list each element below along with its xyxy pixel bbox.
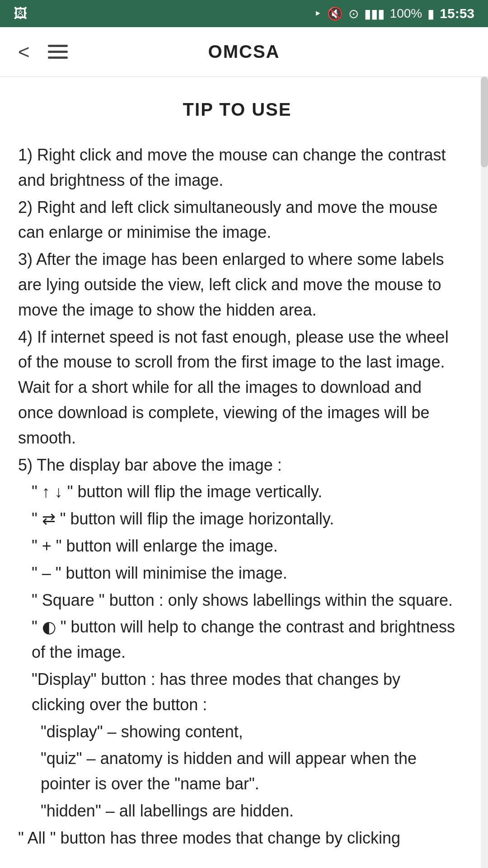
nav-left: < [18, 41, 68, 63]
clock: 15:53 [440, 6, 474, 21]
tip-5-square: " Square " button : only shows labelling… [18, 588, 456, 613]
bluetooth-icon: ‣ [314, 6, 322, 21]
tip-5-enlarge: " + " button will enlarge the image. [18, 533, 456, 559]
tip-4: 4) If internet speed is not fast enough,… [18, 325, 456, 451]
scrollbar-track[interactable] [481, 77, 488, 868]
tip-5-display-mode2: "quiz" – anatomy is hidden and will appe… [18, 746, 456, 797]
battery-percentage: 100% [390, 6, 422, 21]
tip-5-contrast: " ◐ " button will help to change the con… [18, 614, 456, 665]
menu-button[interactable] [48, 45, 68, 59]
mute-icon: 🔇 [327, 6, 343, 21]
app-title: OMCSA [208, 42, 280, 62]
tip-5-header: 5) The display bar above the image : [18, 453, 456, 478]
status-bar-right: ‣ 🔇 ⊙ ▮▮▮ 100% ▮ 15:53 [314, 6, 474, 21]
tip-5-display-mode1: "display" – showing content, [18, 719, 456, 745]
tips-content: 1) Right click and move the mouse can ch… [18, 142, 456, 851]
back-button[interactable]: < [18, 41, 30, 63]
battery-icon: ▮ [427, 6, 434, 21]
tip-3: 3) After the image has been enlarged to … [18, 247, 456, 322]
tip-5-display-header: "Display" button : has three modes that … [18, 667, 456, 717]
tip-5-minimise: " – " button will minimise the image. [18, 561, 456, 586]
photo-icon: 🖼 [14, 6, 27, 21]
tip-5-display-mode3: "hidden" – all labellings are hidden. [18, 798, 456, 824]
tip-5-flip-h: " ⇄ " button will flip the image horizon… [18, 506, 456, 532]
status-bar-left: 🖼 [14, 6, 27, 21]
wifi-icon: ⊙ [348, 6, 359, 21]
tip-1: 1) Right click and move the mouse can ch… [18, 142, 456, 193]
main-content: TIP TO USE 1) Right click and move the m… [0, 77, 474, 868]
signal-icon: ▮▮▮ [364, 6, 385, 21]
tip-5-flip-v: " ↑ ↓ " button will flip the image verti… [18, 479, 456, 505]
tip-5-all: " All " button has three modes that chan… [18, 826, 456, 851]
tip-2: 2) Right and left click simultaneously a… [18, 195, 456, 245]
nav-bar: < OMCSA [0, 27, 488, 77]
scrollbar-thumb[interactable] [481, 77, 488, 167]
status-bar: 🖼 ‣ 🔇 ⊙ ▮▮▮ 100% ▮ 15:53 [0, 0, 488, 27]
page-title: TIP TO USE [18, 99, 456, 120]
